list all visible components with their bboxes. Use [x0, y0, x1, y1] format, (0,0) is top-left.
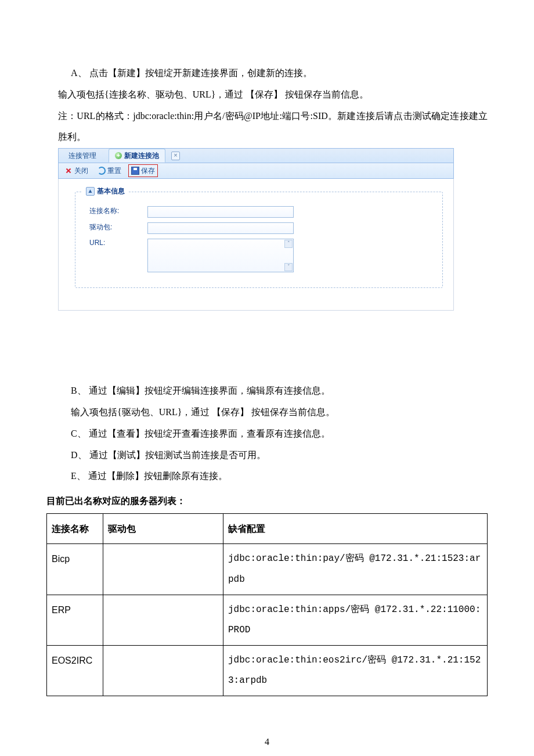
- save-button[interactable]: 保存: [128, 164, 158, 177]
- paragraph-a2: 输入项包括{连接名称、驱动包、URL}，通过 【保存】 按钮保存当前信息。: [46, 84, 488, 106]
- legend-label: 基本信息: [97, 186, 125, 196]
- paragraph-c: C、 通过【查看】按钮绽开查看连接界面，查看原有连接信息。: [46, 423, 488, 445]
- paragraph-a: A、 点击【新建】按钮绽开新建连接界面，创建新的连接。: [46, 63, 488, 84]
- chevron-down-icon[interactable]: ˅: [284, 263, 293, 271]
- refresh-icon: [98, 167, 106, 175]
- label-url: URL:: [89, 239, 147, 247]
- paragraph-d: D、 通过【测试】按钮测试当前连接是否可用。: [46, 445, 488, 466]
- cell-default: jdbc:oracle:thin:pay/密码 @172.31.*.21:152…: [223, 544, 488, 595]
- input-connection-name[interactable]: [147, 206, 294, 218]
- table-row: Bicp jdbc:oracle:thin:pay/密码 @172.31.*.2…: [47, 544, 488, 595]
- server-list-table: 连接名称 驱动包 缺省配置 Bicp jdbc:oracle:thin:pay/…: [46, 513, 488, 696]
- reset-button[interactable]: 重置: [95, 166, 124, 176]
- tab-label: 新建连接池: [124, 151, 159, 161]
- cell-driver: [103, 544, 223, 595]
- button-label: 重置: [107, 166, 121, 176]
- cell-driver: [103, 595, 223, 645]
- th-default: 缺省配置: [223, 514, 488, 544]
- label-connection-name: 连接名称:: [89, 206, 147, 216]
- paragraph-b: B、 通过【编辑】按钮绽开编辑连接界面，编辑原有连接信息。: [46, 380, 488, 402]
- plus-icon: [115, 152, 122, 159]
- textarea-url[interactable]: ˄ ˅: [147, 239, 294, 272]
- cell-default: jdbc:oracle:thin:eos2irc/密码 @172.31.*.21…: [223, 646, 488, 696]
- cell-name: EOS2IRC: [47, 646, 103, 696]
- cell-default: jdbc:oracle:thin:apps/密码 @172.31.*.22:11…: [223, 595, 488, 645]
- tab-new-pool[interactable]: 新建连接池: [109, 149, 165, 163]
- th-driver: 驱动包: [103, 514, 223, 544]
- tab-label: 连接管理: [68, 151, 96, 161]
- paragraph-b2: 输入项包括{驱动包、URL}，通过 【保存】 按钮保存当前信息。: [46, 402, 488, 423]
- paragraph-e: E、 通过【删除】按钮删除原有连接。: [46, 466, 488, 487]
- th-name: 连接名称: [47, 514, 103, 544]
- close-icon: [64, 167, 73, 175]
- server-list-heading: 目前已出名称对应的服务器列表：: [46, 495, 488, 507]
- fieldset-legend: ▲ 基本信息: [82, 186, 128, 196]
- table-row: EOS2IRC jdbc:oracle:thin:eos2irc/密码 @172…: [47, 646, 488, 696]
- label-driver: 驱动包:: [89, 222, 147, 232]
- fieldset-basic-info: ▲ 基本信息 连接名称: 驱动包: URL: ˄ ˅: [75, 192, 443, 288]
- cell-driver: [103, 646, 223, 696]
- cell-name: Bicp: [47, 544, 103, 595]
- close-tab-button[interactable]: ×: [171, 152, 180, 160]
- button-label: 保存: [141, 166, 155, 176]
- paragraph-a3: 注：URL的格式：jdbc:oracle:thin:用户名/密码@IP地址:端口…: [46, 106, 488, 149]
- document-page: A、 点击【新建】按钮绽开新建连接界面，创建新的连接。 输入项包括{连接名称、驱…: [0, 0, 534, 756]
- button-label: 关闭: [74, 166, 88, 176]
- form-body: ▲ 基本信息 连接名称: 驱动包: URL: ˄ ˅: [58, 179, 454, 311]
- tab-bar: 连接管理 新建连接池 ×: [58, 148, 454, 163]
- collapse-icon[interactable]: ▲: [86, 187, 95, 196]
- table-row: ERP jdbc:oracle:thin:apps/密码 @172.31.*.2…: [47, 595, 488, 645]
- close-button[interactable]: 关闭: [62, 166, 91, 176]
- embedded-ui: 连接管理 新建连接池 × 关闭 重置 保存: [58, 148, 454, 311]
- tab-connection-manage[interactable]: 连接管理: [62, 149, 103, 163]
- toolbar: 关闭 重置 保存: [58, 163, 454, 179]
- cell-name: ERP: [47, 595, 103, 645]
- input-driver[interactable]: [147, 222, 294, 234]
- chevron-up-icon[interactable]: ˄: [284, 240, 293, 248]
- page-number: 4: [46, 737, 488, 747]
- save-icon: [131, 167, 139, 175]
